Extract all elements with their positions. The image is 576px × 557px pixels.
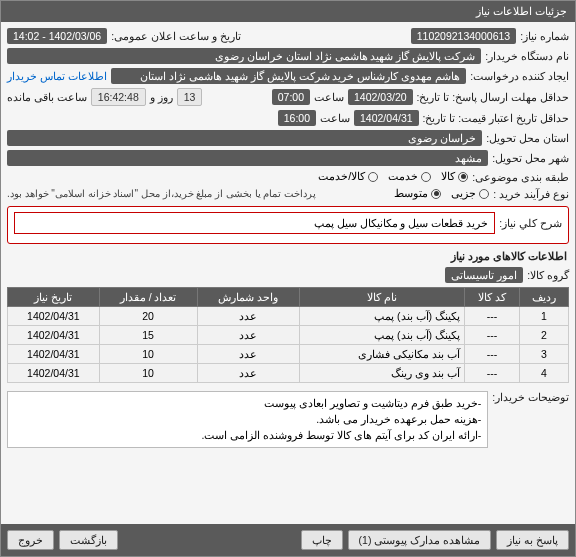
radio-both[interactable]: کالا/خدمت bbox=[318, 170, 378, 183]
table-row[interactable]: 2---پکینگ (آب بند) پمپعدد151402/04/31 bbox=[8, 326, 569, 345]
table-row[interactable]: 1---پکینگ (آب بند) پمپعدد201402/04/31 bbox=[8, 307, 569, 326]
buyer-notes-label: توضیحات خریدار: bbox=[492, 391, 569, 403]
days-suffix: روز و bbox=[150, 91, 173, 103]
cell-date: 1402/04/31 bbox=[8, 345, 100, 364]
th-unit: واحد شمارش bbox=[197, 288, 300, 307]
cell-unit: عدد bbox=[197, 326, 300, 345]
radio-dot-icon bbox=[479, 189, 489, 199]
cell-code: --- bbox=[464, 345, 519, 364]
cell-unit: عدد bbox=[197, 345, 300, 364]
cell-row: 4 bbox=[519, 364, 568, 383]
exit-button[interactable]: خروج bbox=[7, 530, 54, 550]
need-desc-section: شرح کلي نياز: خرید قطعات سیل و مکانیکال … bbox=[7, 206, 569, 244]
view-docs-button[interactable]: مشاهده مدارک پیوستی (1) bbox=[348, 530, 492, 550]
cell-qty: 15 bbox=[99, 326, 197, 345]
th-code: کد کالا bbox=[464, 288, 519, 307]
deadline-time: 07:00 bbox=[272, 89, 310, 105]
radio-medium-label: متوسط bbox=[394, 187, 428, 200]
radio-small[interactable]: جزیی bbox=[451, 187, 489, 200]
cell-qty: 10 bbox=[99, 364, 197, 383]
requester-value: هاشم مهدوی کارشناس خرید شرکت پالایش گاز … bbox=[111, 68, 466, 84]
announce-date-value: 1402/03/06 - 14:02 bbox=[7, 28, 107, 44]
back-button[interactable]: بازگشت bbox=[59, 530, 118, 550]
respond-button[interactable]: پاسخ به نیاز bbox=[496, 530, 569, 550]
th-row: ردیف bbox=[519, 288, 568, 307]
need-number-label: شماره نیاز: bbox=[520, 30, 569, 42]
goods-group-label: گروه کالا: bbox=[527, 269, 569, 281]
cell-name: آب بند مکانیکی فشاری bbox=[300, 345, 465, 364]
radio-service-label: خدمت bbox=[388, 170, 418, 183]
cell-qty: 10 bbox=[99, 345, 197, 364]
th-date: تاریخ نیاز bbox=[8, 288, 100, 307]
cell-code: --- bbox=[464, 364, 519, 383]
goods-group-value: امور تاسیساتی bbox=[445, 267, 523, 283]
th-qty: تعداد / مقدار bbox=[99, 288, 197, 307]
validity-time: 16:00 bbox=[278, 110, 316, 126]
cell-qty: 20 bbox=[99, 307, 197, 326]
radio-small-label: جزیی bbox=[451, 187, 476, 200]
validity-date: 1402/04/31 bbox=[354, 110, 419, 126]
province-value: خراسان رضوی bbox=[7, 130, 482, 146]
items-info-title: اطلاعات کالاهای مورد نیاز bbox=[9, 250, 567, 263]
footer-bar: پاسخ به نیاز مشاهده مدارک پیوستی (1) چاپ… bbox=[1, 524, 575, 556]
cell-row: 2 bbox=[519, 326, 568, 345]
radio-dot-icon bbox=[431, 189, 441, 199]
cell-unit: عدد bbox=[197, 307, 300, 326]
cell-name: آب بند وی رینگ bbox=[300, 364, 465, 383]
need-number-value: 1102092134000613 bbox=[411, 28, 516, 44]
cell-date: 1402/04/31 bbox=[8, 307, 100, 326]
buyer-note-line: -خرید طبق فرم دیتاشیت و تصاویر ابعادی پی… bbox=[14, 396, 481, 412]
radio-medium[interactable]: متوسط bbox=[394, 187, 441, 200]
city-label: شهر محل تحویل: bbox=[492, 152, 569, 164]
cell-date: 1402/04/31 bbox=[8, 326, 100, 345]
buyer-org-label: نام دستگاه خریدار: bbox=[485, 50, 569, 62]
buyer-org-value: شرکت پالایش گاز شهید هاشمی نژاد استان خر… bbox=[7, 48, 481, 64]
purchase-radio-group: جزیی متوسط bbox=[394, 187, 489, 200]
radio-dot-icon bbox=[458, 172, 468, 182]
buyer-note-line: -ارائه ایران کد برای آیتم های کالا توسط … bbox=[14, 428, 481, 444]
table-row[interactable]: 4---آب بند وی رینگعدد101402/04/31 bbox=[8, 364, 569, 383]
window-title: جزئیات اطلاعات نیاز bbox=[476, 5, 567, 18]
radio-goods[interactable]: کالا bbox=[441, 170, 468, 183]
time-suffix: ساعت باقی مانده bbox=[7, 91, 87, 103]
announce-date-label: تاریخ و ساعت اعلان عمومی: bbox=[111, 30, 241, 42]
buyer-note-line: -هزینه حمل برعهده خریدار می باشد. bbox=[14, 412, 481, 428]
cell-code: --- bbox=[464, 307, 519, 326]
cell-row: 3 bbox=[519, 345, 568, 364]
payment-note: پرداخت تمام یا بخشی از مبلغ خرید،از محل … bbox=[7, 188, 316, 199]
buyer-notes-box: -خرید طبق فرم دیتاشیت و تصاویر ابعادی پی… bbox=[7, 391, 488, 448]
deadline-label: حداقل مهلت ارسال پاسخ: تا تاریخ: bbox=[417, 91, 569, 103]
radio-goods-label: کالا bbox=[441, 170, 455, 183]
city-value: مشهد bbox=[7, 150, 488, 166]
radio-dot-icon bbox=[368, 172, 378, 182]
contact-info-link[interactable]: اطلاعات تماس خریدار bbox=[7, 70, 107, 82]
radio-both-label: کالا/خدمت bbox=[318, 170, 365, 183]
days-remain: 13 bbox=[177, 88, 203, 106]
cell-name: پکینگ (آب بند) پمپ bbox=[300, 307, 465, 326]
print-button[interactable]: چاپ bbox=[301, 530, 343, 550]
radio-dot-icon bbox=[421, 172, 431, 182]
need-desc-value: خرید قطعات سیل و مکانیکال سیل پمپ bbox=[14, 212, 495, 234]
hour-label-2: ساعت bbox=[320, 112, 350, 124]
radio-service[interactable]: خدمت bbox=[388, 170, 431, 183]
need-desc-label: شرح کلي نياز: bbox=[499, 217, 562, 229]
cell-name: پکینگ (آب بند) پمپ bbox=[300, 326, 465, 345]
cell-row: 1 bbox=[519, 307, 568, 326]
title-bar: جزئیات اطلاعات نیاز bbox=[1, 1, 575, 22]
hour-label-1: ساعت bbox=[314, 91, 344, 103]
th-name: نام کالا bbox=[300, 288, 465, 307]
time-remain: 16:42:48 bbox=[91, 88, 146, 106]
items-table: ردیف کد کالا نام کالا واحد شمارش تعداد /… bbox=[7, 287, 569, 383]
purchase-type-label: نوع فرآیند خرید : bbox=[493, 188, 569, 200]
content-area: شماره نیاز: 1102092134000613 تاریخ و ساع… bbox=[1, 22, 575, 524]
table-header-row: ردیف کد کالا نام کالا واحد شمارش تعداد /… bbox=[8, 288, 569, 307]
cell-code: --- bbox=[464, 326, 519, 345]
category-radio-group: کالا خدمت کالا/خدمت bbox=[318, 170, 468, 183]
cell-date: 1402/04/31 bbox=[8, 364, 100, 383]
table-row[interactable]: 3---آب بند مکانیکی فشاریعدد101402/04/31 bbox=[8, 345, 569, 364]
cell-unit: عدد bbox=[197, 364, 300, 383]
province-label: استان محل تحویل: bbox=[486, 132, 569, 144]
details-window: جزئیات اطلاعات نیاز شماره نیاز: 11020921… bbox=[0, 0, 576, 557]
deadline-date: 1402/03/20 bbox=[348, 89, 413, 105]
requester-label: ایجاد کننده درخواست: bbox=[470, 70, 569, 82]
